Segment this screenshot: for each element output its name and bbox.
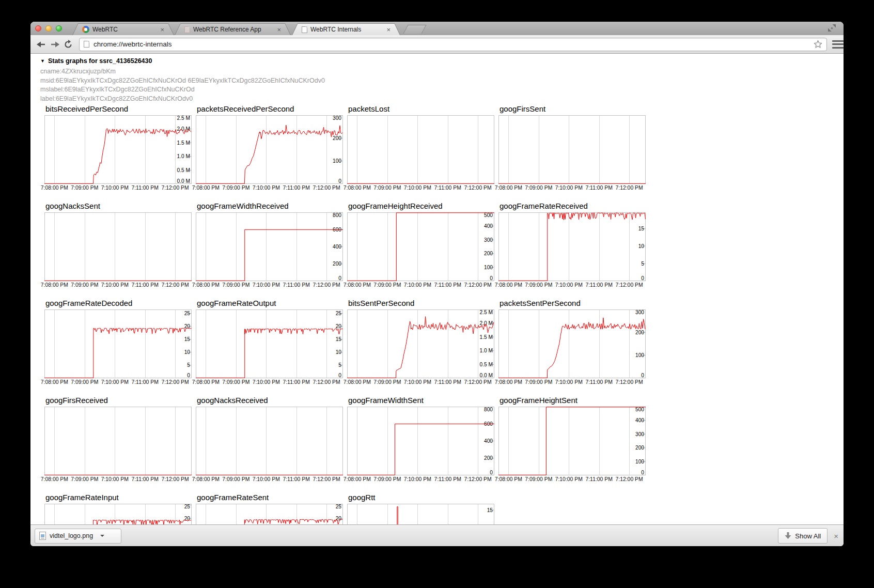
y-axis-label: 15 [184, 336, 191, 342]
y-axis-label: 20 [336, 323, 342, 329]
reload-button[interactable] [61, 38, 75, 51]
forward-button[interactable] [48, 38, 61, 51]
chart-plot: 8006004002000 [347, 407, 494, 475]
x-axis-label: 7:10:00 PM [253, 185, 280, 191]
tab-webrtc-internals[interactable]: WebRTC Internals × [292, 23, 400, 35]
tab-webrtc[interactable]: WebRTC × [72, 23, 174, 35]
x-axis: 7:08:00 PM7:09:00 PM7:10:00 PM7:11:00 PM… [347, 475, 498, 483]
chart-plot: 5004003002001000 [347, 212, 494, 281]
x-axis-label: 7:11:00 PM [131, 282, 158, 288]
x-axis-label: 7:10:00 PM [101, 476, 129, 482]
chart-title: bitsReceivedPerSecond [44, 104, 196, 115]
download-item-button[interactable]: vidtel_logo.png [35, 529, 121, 544]
download-dropdown-arrow-icon[interactable] [100, 535, 104, 537]
url-text[interactable]: chrome://webrtc-internals [93, 40, 814, 48]
x-axis-label: 7:12:00 PM [162, 282, 189, 288]
y-axis-label: 0.0 M [177, 178, 190, 184]
image-file-icon [39, 532, 46, 540]
chart-title: googFrameHeightReceived [347, 202, 498, 212]
chart-googFirsReceived: googFirsReceived7:08:00 PM7:09:00 PM7:10… [44, 396, 196, 493]
x-axis-label: 7:08:00 PM [192, 282, 220, 288]
traffic-light-zoom[interactable] [56, 25, 62, 32]
x-axis-label: 7:08:00 PM [41, 185, 68, 191]
chart-packetsSentPerSecond: packetsSentPerSecond30020010007:08:00 PM… [498, 299, 650, 396]
tab-title: WebRTC [92, 26, 157, 33]
y-axis-label: 1.0 M [480, 348, 493, 353]
new-tab-button[interactable] [403, 25, 426, 34]
x-axis-label: 7:09:00 PM [373, 476, 401, 482]
y-axis-label: 0.0 M [480, 373, 493, 378]
x-axis-label: 7:09:00 PM [373, 379, 401, 385]
tab-close-icon[interactable]: × [386, 26, 391, 33]
x-axis-label: 7:10:00 PM [101, 282, 129, 288]
chart-googRtt: googRtt1510507:08:00 PM7:09:00 PM7:10:00… [347, 493, 498, 524]
show-all-button[interactable]: Show All [778, 528, 828, 544]
stats-heading-label: Stats graphs for ssrc_4136526430 [48, 57, 152, 65]
stream-metadata: cname:4ZXkrucxjuzp/bKm msid:6E9laEYkyxIk… [40, 67, 325, 103]
x-axis-label: 7:10:00 PM [404, 379, 431, 385]
x-axis-label: 7:12:00 PM [162, 476, 189, 482]
chart-plot [44, 407, 192, 475]
y-axis-label: 100 [635, 459, 644, 465]
y-axis-label: 200 [635, 445, 644, 451]
chart-googFrameHeightReceived: googFrameHeightReceived50040030020010007… [347, 202, 498, 299]
chart-googFrameRateReceived: googFrameRateReceived1510507:08:00 PM7:0… [498, 202, 650, 299]
tab-close-icon[interactable]: × [160, 26, 164, 33]
x-axis: 7:08:00 PM7:09:00 PM7:10:00 PM7:11:00 PM… [347, 378, 498, 386]
x-axis-label: 7:11:00 PM [131, 185, 158, 191]
chart-plot: 2520151050 [196, 310, 343, 378]
x-axis-label: 7:12:00 PM [464, 379, 492, 385]
chart-plot [498, 115, 646, 184]
y-axis-label: 200 [333, 261, 341, 267]
y-axis-label: 5 [187, 362, 190, 368]
x-axis: 7:08:00 PM7:09:00 PM7:10:00 PM7:11:00 PM… [498, 281, 650, 289]
x-axis-label: 7:12:00 PM [313, 282, 340, 288]
x-axis: 7:08:00 PM7:09:00 PM7:10:00 PM7:11:00 PM… [44, 475, 196, 483]
x-axis-label: 7:11:00 PM [283, 476, 309, 482]
chart-googFrameWidthReceived: googFrameWidthReceived80060040020007:08:… [196, 202, 347, 299]
tab-title: WebRTC Internals [310, 26, 383, 33]
x-axis-label: 7:10:00 PM [555, 379, 583, 385]
collapse-arrow-icon[interactable]: ▼ [40, 58, 45, 64]
x-axis-label: 7:08:00 PM [344, 185, 371, 191]
chart-plot [196, 407, 343, 475]
x-axis: 7:08:00 PM7:09:00 PM7:10:00 PM7:11:00 PM… [196, 184, 347, 192]
x-axis-label: 7:10:00 PM [253, 476, 280, 482]
chart-googNacksReceived: googNacksReceived7:08:00 PM7:09:00 PM7:1… [196, 396, 347, 493]
x-axis-label: 7:09:00 PM [71, 185, 98, 191]
y-axis-label: 300 [635, 310, 644, 315]
omnibox[interactable]: chrome://webrtc-internals [79, 38, 827, 51]
stats-heading[interactable]: ▼Stats graphs for ssrc_4136526430 [40, 57, 152, 65]
y-axis-label: 300 [635, 431, 644, 437]
menu-button[interactable] [832, 40, 844, 49]
tab-webrtc-reference-app[interactable]: WebRTC Reference App × [175, 23, 291, 35]
x-axis-label: 7:09:00 PM [222, 282, 249, 288]
x-axis-label: 7:09:00 PM [71, 379, 98, 385]
chart-title: googNacksSent [44, 202, 196, 212]
chart-title: googFrameRateDecoded [44, 299, 196, 310]
x-axis: 7:08:00 PM7:09:00 PM7:10:00 PM7:11:00 PM… [498, 184, 650, 192]
chart-plot [347, 115, 494, 184]
x-axis-label: 7:10:00 PM [253, 282, 280, 288]
traffic-light-minimize[interactable] [45, 25, 52, 32]
x-axis-label: 7:08:00 PM [41, 476, 68, 482]
x-axis: 7:08:00 PM7:09:00 PM7:10:00 PM7:11:00 PM… [196, 281, 347, 289]
x-axis-label: 7:12:00 PM [616, 379, 643, 385]
x-axis-label: 7:10:00 PM [555, 282, 583, 288]
x-axis-label: 7:11:00 PM [585, 185, 612, 191]
x-axis-label: 7:11:00 PM [585, 379, 612, 385]
chart-title: googFrameHeightSent [498, 396, 650, 407]
window-resize-icon[interactable] [828, 24, 836, 32]
back-button[interactable] [35, 38, 48, 51]
chart-title: googFirsSent [498, 104, 650, 115]
bookmark-star-icon[interactable] [814, 40, 822, 49]
y-axis-label: 15 [336, 336, 342, 342]
x-axis-label: 7:10:00 PM [555, 185, 583, 191]
traffic-light-close[interactable] [35, 25, 41, 32]
tab-close-icon[interactable]: × [277, 26, 281, 33]
x-axis-label: 7:10:00 PM [555, 476, 583, 482]
downloads-close-icon[interactable]: × [834, 532, 838, 540]
download-filename: vidtel_logo.png [50, 532, 93, 539]
x-axis-label: 7:11:00 PM [585, 282, 612, 288]
chart-bitsReceivedPerSecond: bitsReceivedPerSecond2.5 M2.0 M1.5 M1.0 … [44, 104, 196, 202]
